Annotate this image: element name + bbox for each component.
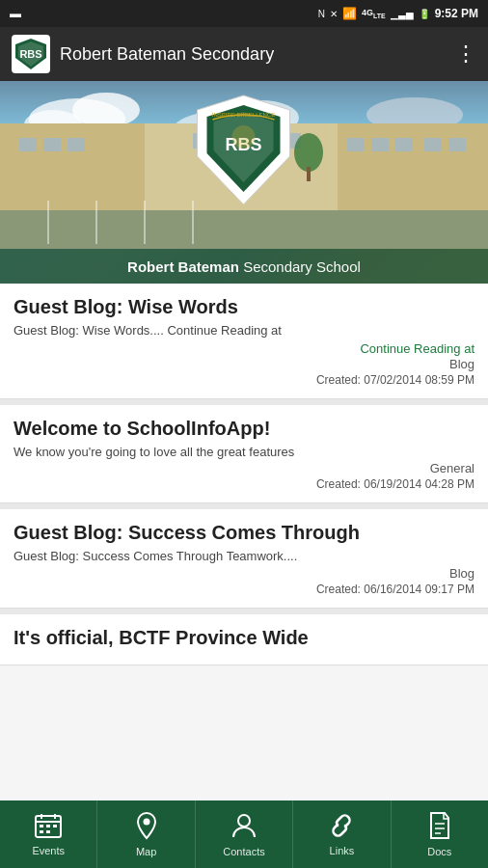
map-icon: [134, 811, 159, 844]
nav-events[interactable]: Events: [0, 800, 97, 868]
nav-docs-label: Docs: [427, 846, 451, 857]
wifi-icon: 📶: [342, 7, 357, 20]
events-icon: [34, 812, 63, 843]
card-welcome[interactable]: Welcome to SchoolInfoApp! We know you're…: [0, 405, 488, 503]
continue-reading-1[interactable]: Continue Reading at: [360, 341, 474, 356]
svg-rect-25: [448, 138, 466, 151]
nav-contacts[interactable]: Contacts: [196, 800, 293, 868]
svg-point-30: [294, 133, 323, 172]
nav-map[interactable]: Map: [97, 800, 195, 868]
card-title-3: Guest Blog: Success Comes Through: [14, 521, 474, 544]
nav-docs[interactable]: Docs: [392, 800, 488, 868]
cell-signal-icon: ▁▃▅: [391, 9, 414, 19]
svg-rect-41: [53, 825, 57, 827]
signal-cross-icon: ✕: [330, 9, 338, 19]
status-right-group: N ✕ 📶 4GLTE ▁▃▅ 🔋 9:52 PM: [318, 7, 478, 20]
nav-contacts-label: Contacts: [223, 846, 264, 857]
svg-rect-39: [40, 825, 43, 827]
battery-icon: 🔋: [419, 9, 430, 19]
card-title-2: Welcome to SchoolInfoApp!: [14, 417, 474, 440]
svg-rect-40: [46, 825, 50, 827]
svg-rect-12: [0, 123, 145, 210]
nav-links[interactable]: Links: [293, 800, 391, 868]
card-date-1: Created: 07/02/2014 08:59 PM: [14, 373, 474, 387]
card-bctf[interactable]: It's official, BCTF Province Wide: [0, 614, 488, 665]
svg-point-34: [232, 125, 256, 149]
nav-map-label: Map: [136, 846, 156, 857]
svg-rect-43: [46, 830, 50, 833]
app-title: Robert Bateman Secondary: [60, 44, 446, 65]
bottom-nav: Events Map Contacts Links: [0, 800, 488, 868]
status-bar: ▬ N ✕ 📶 4GLTE ▁▃▅ 🔋 9:52 PM: [0, 0, 488, 27]
svg-rect-16: [68, 138, 85, 151]
svg-text:RBS: RBS: [19, 48, 41, 60]
contacts-icon: [230, 811, 258, 844]
card-excerpt-3: Guest Blog: Success Comes Through Teamwo…: [14, 548, 474, 565]
nfc-icon: N: [318, 9, 325, 19]
svg-point-45: [238, 815, 250, 827]
card-excerpt-1: Guest Blog: Wise Words.... Continue Read…: [14, 322, 474, 339]
svg-rect-23: [395, 138, 413, 151]
card-category-1: Blog: [14, 357, 474, 371]
app-logo: RBS: [12, 35, 50, 73]
svg-rect-42: [40, 830, 43, 833]
school-shield: RBS INSPIRE EXCELLENCE: [194, 91, 295, 211]
svg-rect-15: [43, 138, 61, 151]
card-excerpt-2: We know you're going to love all the gre…: [14, 444, 474, 461]
card-date-2: Created: 06/19/2014 04:28 PM: [14, 477, 474, 491]
svg-rect-21: [347, 138, 365, 151]
time-display: 9:52 PM: [435, 7, 478, 20]
battery-icon: ▬: [10, 7, 21, 20]
nav-events-label: Events: [32, 845, 65, 856]
card-wise-words[interactable]: Guest Blog: Wise Words Guest Blog: Wise …: [0, 284, 488, 399]
4g-label: 4GLTE: [362, 8, 386, 19]
app-bar: RBS Robert Bateman Secondary ⋮: [0, 27, 488, 81]
content-area: Guest Blog: Wise Words Guest Blog: Wise …: [0, 284, 488, 800]
card-category-3: Blog: [14, 566, 474, 581]
docs-icon: [427, 811, 452, 844]
hero-overlay: Robert Bateman Secondary School: [0, 249, 488, 284]
svg-point-44: [143, 819, 149, 826]
card-title-4: It's official, BCTF Province Wide: [14, 626, 474, 649]
card-date-3: Created: 06/16/2014 09:17 PM: [14, 583, 474, 596]
overflow-menu-icon[interactable]: ⋮: [455, 41, 476, 67]
card-category-2: General: [14, 461, 474, 475]
svg-rect-22: [371, 138, 389, 151]
nav-links-label: Links: [330, 845, 355, 856]
svg-rect-13: [338, 123, 488, 210]
card-success[interactable]: Guest Blog: Success Comes Through Guest …: [0, 509, 488, 608]
svg-rect-31: [307, 167, 311, 181]
status-left: ▬: [10, 7, 21, 20]
svg-text:INSPIRE EXCELLENCE: INSPIRE EXCELLENCE: [212, 112, 275, 118]
hero-section: RBS INSPIRE EXCELLENCE Robert Bateman Se…: [0, 81, 488, 284]
card-title-1: Guest Blog: Wise Words: [14, 295, 474, 318]
links-icon: [326, 812, 357, 843]
svg-rect-24: [424, 138, 442, 151]
svg-rect-14: [19, 138, 37, 151]
logo-svg: RBS: [14, 37, 48, 71]
hero-title: Robert Bateman Secondary School: [127, 258, 361, 275]
